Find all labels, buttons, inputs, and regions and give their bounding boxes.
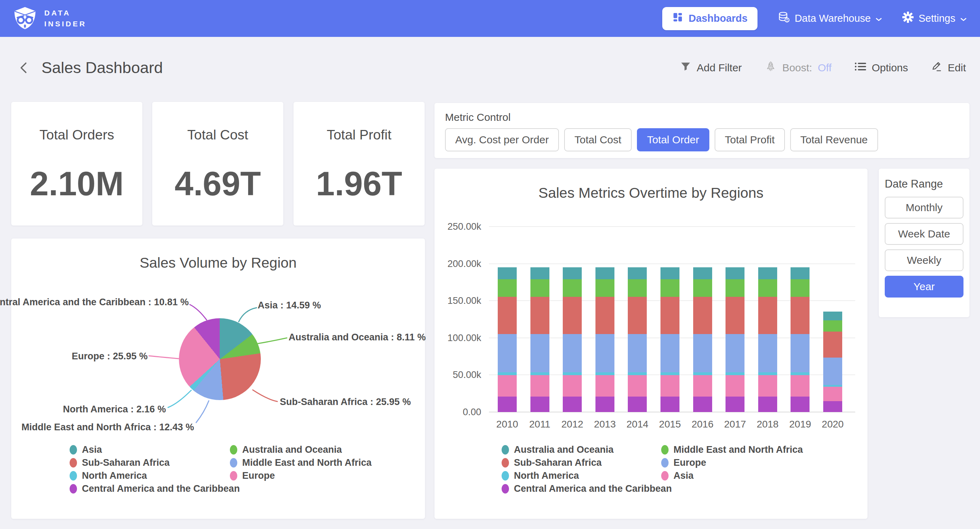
legend-item[interactable]: Europe xyxy=(230,471,372,481)
legend-item[interactable]: Australia and Oceania xyxy=(501,445,672,454)
bar-segment[interactable] xyxy=(660,375,679,396)
bar-segment[interactable] xyxy=(660,279,679,297)
pie-chart[interactable] xyxy=(179,318,261,400)
bar-segment[interactable] xyxy=(563,334,582,372)
nav-item-settings[interactable]: Settings xyxy=(902,11,967,25)
bar-segment[interactable] xyxy=(563,297,582,334)
legend-item[interactable]: Sub-Saharan Africa xyxy=(70,458,240,467)
bar-segment[interactable] xyxy=(498,297,517,334)
bar-segment[interactable] xyxy=(628,267,647,279)
legend-item[interactable]: Middle East and North Africa xyxy=(661,445,803,454)
bar-segment[interactable] xyxy=(595,375,614,396)
bar-segment[interactable] xyxy=(791,279,810,297)
bar-segment[interactable] xyxy=(791,267,810,279)
metric-button-total-profit[interactable]: Total Profit xyxy=(714,128,785,151)
bar-segment[interactable] xyxy=(693,267,712,279)
date-button-weekly[interactable]: Weekly xyxy=(885,249,964,271)
legend-item[interactable]: North America xyxy=(501,471,672,481)
bar-segment[interactable] xyxy=(563,375,582,396)
bar-segment[interactable] xyxy=(498,334,517,372)
bar-segment[interactable] xyxy=(498,267,517,279)
bar-segment[interactable] xyxy=(628,334,647,372)
bar-segment[interactable] xyxy=(693,397,712,412)
bar-segment[interactable] xyxy=(725,397,745,412)
bar-segment[interactable] xyxy=(595,279,614,297)
bar-segment[interactable] xyxy=(791,297,810,334)
bar-segment[interactable] xyxy=(628,279,647,297)
bar-segment[interactable] xyxy=(758,334,777,372)
nav-item-data-warehouse[interactable]: Data Warehouse xyxy=(778,11,882,25)
bar-segment[interactable] xyxy=(725,372,745,375)
metric-button-avg-cost-per-order[interactable]: Avg. Cost per Order xyxy=(445,128,559,151)
brand[interactable]: DATA INSIDER xyxy=(13,6,86,31)
metric-button-total-revenue[interactable]: Total Revenue xyxy=(790,128,878,151)
bar-segment[interactable] xyxy=(823,320,842,332)
bar-segment[interactable] xyxy=(628,375,647,396)
bar-segment[interactable] xyxy=(530,279,549,297)
bar-segment[interactable] xyxy=(628,297,647,334)
bar-segment[interactable] xyxy=(758,279,777,297)
legend-item[interactable]: Middle East and North Africa xyxy=(230,458,372,467)
bar-segment[interactable] xyxy=(530,334,549,372)
bar-segment[interactable] xyxy=(660,397,679,412)
bar-segment[interactable] xyxy=(563,279,582,297)
bar-segment[interactable] xyxy=(823,332,842,357)
legend-item[interactable]: Asia xyxy=(70,445,240,454)
bar-segment[interactable] xyxy=(725,267,745,279)
bar-segment[interactable] xyxy=(693,297,712,334)
back-button[interactable] xyxy=(14,58,34,78)
boost-toggle[interactable]: Boost: Off xyxy=(765,61,832,75)
legend-item[interactable]: Central America and the Caribbean xyxy=(501,484,672,494)
bar-segment[interactable] xyxy=(660,334,679,372)
bar-segment[interactable] xyxy=(693,375,712,396)
metric-button-total-cost[interactable]: Total Cost xyxy=(564,128,631,151)
bar-segment[interactable] xyxy=(660,267,679,279)
metric-button-total-order[interactable]: Total Order xyxy=(637,128,710,151)
bar-segment[interactable] xyxy=(595,267,614,279)
bar-segment[interactable] xyxy=(563,397,582,412)
bar-segment[interactable] xyxy=(823,401,842,412)
bar-segment[interactable] xyxy=(530,375,549,396)
bar-segment[interactable] xyxy=(530,397,549,412)
bar-segment[interactable] xyxy=(823,385,842,387)
bar-segment[interactable] xyxy=(628,372,647,375)
bar-segment[interactable] xyxy=(693,279,712,297)
bar-segment[interactable] xyxy=(660,372,679,375)
bar-segment[interactable] xyxy=(758,397,777,412)
bar-segment[interactable] xyxy=(660,297,679,334)
add-filter-button[interactable]: Add Filter xyxy=(680,61,742,75)
bar-segment[interactable] xyxy=(758,375,777,396)
nav-item-dashboards[interactable]: Dashboards xyxy=(662,7,757,30)
bar-segment[interactable] xyxy=(530,297,549,334)
bar-segment[interactable] xyxy=(791,375,810,396)
bar-segment[interactable] xyxy=(823,311,842,320)
bar-segment[interactable] xyxy=(725,297,745,334)
legend-item[interactable]: Sub-Saharan Africa xyxy=(501,458,672,467)
bar-segment[interactable] xyxy=(595,297,614,334)
bar-segment[interactable] xyxy=(498,372,517,375)
bar-segment[interactable] xyxy=(725,334,745,372)
bar-segment[interactable] xyxy=(791,372,810,375)
bar-segment[interactable] xyxy=(563,267,582,279)
bar-segment[interactable] xyxy=(823,357,842,385)
options-button[interactable]: Options xyxy=(855,62,908,74)
bar-segment[interactable] xyxy=(693,372,712,375)
bar-segment[interactable] xyxy=(628,397,647,412)
bar-segment[interactable] xyxy=(758,372,777,375)
bar-segment[interactable] xyxy=(498,375,517,396)
legend-item[interactable]: Europe xyxy=(661,458,803,467)
bar-segment[interactable] xyxy=(791,334,810,372)
bar-segment[interactable] xyxy=(725,279,745,297)
bar-segment[interactable] xyxy=(530,372,549,375)
legend-item[interactable]: Australia and Oceania xyxy=(230,445,372,454)
legend-item[interactable]: Central America and the Caribbean xyxy=(70,484,240,494)
edit-button[interactable]: Edit xyxy=(931,61,966,75)
bar-segment[interactable] xyxy=(498,397,517,412)
date-button-week-date[interactable]: Week Date xyxy=(885,223,964,245)
date-button-year[interactable]: Year xyxy=(885,276,964,297)
bar-segment[interactable] xyxy=(595,334,614,372)
bar-segment[interactable] xyxy=(823,387,842,401)
bar-segment[interactable] xyxy=(758,297,777,334)
date-button-monthly[interactable]: Monthly xyxy=(885,197,964,219)
bar-segment[interactable] xyxy=(758,267,777,279)
